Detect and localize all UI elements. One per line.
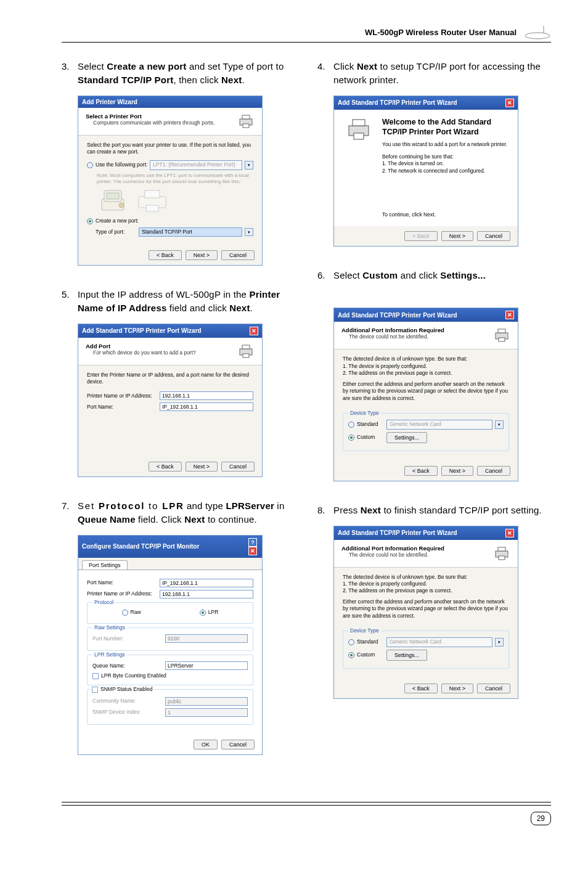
step-number: 6.	[317, 269, 333, 282]
step-number: 4.	[317, 60, 333, 73]
help-icon[interactable]: ?	[248, 538, 257, 547]
back-button[interactable]: < Back	[149, 462, 182, 472]
page-number: 29	[531, 812, 551, 825]
printer-icon	[493, 327, 510, 344]
dialog-heading: Additional Port Information Required	[341, 545, 493, 552]
dialog-subheading: The device could not be identified.	[349, 333, 493, 340]
next-button[interactable]: Next >	[441, 231, 473, 241]
step-body: Set Protocol to LPR and type LPRServer i…	[78, 499, 295, 526]
footer-rule	[62, 802, 551, 806]
cancel-button[interactable]: Cancel	[221, 462, 255, 472]
close-icon[interactable]: ✕	[250, 327, 258, 335]
svg-point-0	[525, 33, 550, 39]
dialog-heading: Add Port	[86, 343, 237, 349]
radio-use-port[interactable]	[87, 162, 93, 168]
next-button[interactable]: Next >	[441, 466, 473, 476]
step-8: 8. Press Next to finish standard TCP/IP …	[317, 504, 551, 699]
dialog-port-monitor: Configure Standard TCP/IP Port Monitor?✕…	[78, 535, 263, 755]
close-icon[interactable]: ✕	[505, 99, 514, 107]
step-6: 6. Select Custom and click Settings... A…	[317, 269, 551, 481]
step-body: Press Next to finish standard TCP/IP por…	[333, 504, 551, 517]
back-button[interactable]: < Back	[404, 684, 438, 693]
printer-icon	[237, 343, 255, 360]
cancel-button[interactable]: Cancel	[477, 231, 510, 241]
settings-button[interactable]: Settings...	[386, 650, 427, 661]
cancel-button[interactable]: Cancel	[477, 466, 510, 476]
queue-name-field[interactable]	[165, 661, 248, 670]
printer-icon	[346, 117, 371, 142]
router-icon	[524, 25, 551, 39]
printer-addr-field[interactable]	[160, 590, 253, 598]
dialog-titlebar: Add Printer Wizard	[78, 96, 262, 108]
close-icon[interactable]: ✕	[248, 547, 257, 555]
lpr-byte-checkbox[interactable]	[92, 673, 99, 679]
svg-rect-19	[498, 329, 505, 333]
step-body: Select Create a new port and set Type of…	[78, 60, 295, 87]
step-number: 3.	[62, 60, 78, 73]
step-3: 3. Select Create a new port and set Type…	[62, 60, 295, 266]
next-button[interactable]: Next >	[441, 684, 473, 693]
snmp-checkbox[interactable]	[92, 687, 98, 693]
printer-icon	[237, 113, 255, 130]
back-button[interactable]: < Back	[149, 250, 182, 260]
radio-standard[interactable]	[348, 422, 354, 428]
back-button: < Back	[404, 231, 438, 241]
ok-button[interactable]: OK	[194, 740, 218, 749]
computer-icon	[98, 189, 128, 213]
header-title: WL-500gP Wireless Router User Manual	[365, 28, 517, 37]
svg-rect-3	[242, 115, 250, 119]
svg-rect-4	[243, 124, 249, 128]
radio-standard[interactable]	[348, 639, 354, 645]
svg-rect-22	[498, 547, 505, 551]
cancel-button[interactable]: Cancel	[221, 740, 255, 749]
printer-ip-input[interactable]	[160, 391, 253, 400]
dialog-port-info-2: Add Standard TCP/IP Printer Port Wizard✕…	[333, 526, 518, 699]
dialog-desc: Select the port you want your printer to…	[87, 142, 253, 156]
dialog-port-info: Add Standard TCP/IP Printer Port Wizard✕…	[333, 308, 518, 481]
cancel-button[interactable]: Cancel	[221, 250, 255, 260]
dropdown-arrow-icon[interactable]: ▾	[245, 228, 253, 236]
next-button[interactable]: Next >	[186, 250, 218, 260]
dialog-heading: Additional Port Information Required	[341, 327, 493, 333]
back-button[interactable]: < Back	[404, 466, 438, 476]
settings-button[interactable]: Settings...	[386, 432, 427, 443]
dialog-welcome-wizard: Add Standard TCP/IP Printer Port Wizard✕…	[333, 96, 518, 247]
radio-lpr[interactable]	[200, 610, 206, 616]
svg-rect-17	[354, 133, 364, 139]
radio-create-port[interactable]	[87, 218, 93, 224]
close-icon[interactable]: ✕	[505, 529, 514, 537]
raw-port-field	[165, 634, 248, 643]
svg-rect-11	[146, 205, 158, 211]
close-icon[interactable]: ✕	[505, 311, 514, 319]
dialog-desc: Enter the Printer Name or IP address, an…	[87, 372, 253, 386]
port-name-field[interactable]	[160, 579, 253, 587]
step-body: Select Custom and click Settings...	[333, 269, 551, 282]
dialog-add-port: Add Standard TCP/IP Printer Port Wizard✕…	[78, 324, 263, 478]
step-4: 4. Click Next to setup TCP/IP port for a…	[317, 60, 551, 247]
port-name-input[interactable]	[160, 402, 253, 411]
dropdown-arrow-icon[interactable]: ▾	[245, 161, 253, 169]
svg-rect-16	[353, 120, 365, 126]
tab-port-settings[interactable]: Port Settings	[82, 560, 128, 570]
step-body: Click Next to setup TCP/IP port for acce…	[333, 60, 551, 87]
next-button[interactable]: Next >	[186, 462, 218, 472]
port-type-select[interactable]: Standard TCP/IP Port	[139, 227, 242, 237]
cancel-button[interactable]: Cancel	[477, 684, 510, 693]
page-header: WL-500gP Wireless Router User Manual	[62, 25, 551, 43]
step-body: Input the IP address of WL-500gP in the …	[78, 288, 295, 315]
note-text: Note: Most computers use the LPT1: port …	[97, 173, 253, 184]
radio-custom[interactable]	[348, 652, 354, 658]
svg-rect-23	[499, 556, 505, 560]
svg-rect-14	[243, 354, 249, 357]
port-select[interactable]: LPT1: (Recommended Printer Port)	[150, 160, 242, 169]
printer-icon	[493, 545, 510, 562]
radio-custom[interactable]	[348, 435, 354, 441]
svg-rect-13	[242, 345, 250, 349]
dialog-subheading: For which device do you want to add a po…	[93, 349, 237, 356]
welcome-heading: Welcome to the Add Standard TCP/IP Print…	[382, 117, 510, 138]
dialog-add-printer-wizard: Add Printer Wizard Select a Printer Port…	[78, 96, 263, 266]
community-field	[165, 697, 248, 706]
radio-raw[interactable]	[122, 610, 128, 616]
snmp-index-field	[165, 708, 248, 717]
step-7: 7. Set Protocol to LPR and type LPRServe…	[62, 499, 295, 754]
